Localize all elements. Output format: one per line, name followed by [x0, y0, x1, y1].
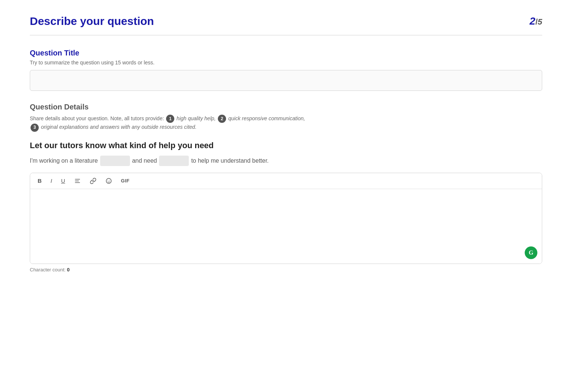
question-title-hint: Try to summarize the question using 15 w… [30, 60, 542, 66]
char-count-value: 0 [67, 267, 70, 273]
toolbar-link-button[interactable] [88, 177, 98, 185]
toolbar-bold-button[interactable]: B [36, 177, 43, 185]
toolbar-emoji-button[interactable] [104, 177, 114, 185]
question-title-label: Question Title [30, 49, 542, 57]
link-icon [90, 178, 96, 184]
editor-container: B I U [30, 173, 542, 264]
svg-point-3 [106, 178, 111, 184]
align-icon [74, 178, 81, 184]
badge-2: 2 [218, 115, 226, 123]
toolbar-align-button[interactable] [73, 177, 82, 185]
tutor-prompt-title: Let our tutors know what kind of help yo… [30, 141, 542, 150]
step-total: 5 [538, 17, 542, 26]
question-title-input[interactable] [30, 70, 542, 91]
details-desc-prefix: Share details about your question. Note,… [30, 115, 164, 121]
grammarly-badge: G [525, 246, 537, 259]
toolbar-underline-button[interactable]: U [60, 177, 67, 185]
svg-rect-1 [75, 181, 79, 181]
question-details-description: Share details about your question. Note,… [30, 114, 542, 132]
question-details-label: Question Details [30, 103, 542, 111]
svg-point-5 [109, 180, 110, 181]
char-count: Character count: 0 [30, 267, 542, 273]
prompt-text-after: to help me understand better. [191, 157, 268, 164]
detail-item-3: original explanations and answers with a… [41, 124, 197, 130]
header-divider [30, 35, 542, 35]
svg-rect-0 [75, 179, 80, 179]
editor-toolbar: B I U [30, 173, 542, 189]
toolbar-gif-button[interactable]: GIF [120, 177, 131, 184]
editor-body[interactable]: G [30, 189, 542, 264]
question-details-section: Question Details Share details about you… [30, 103, 542, 273]
emoji-icon [105, 178, 112, 184]
prompt-blank-2[interactable] [159, 156, 189, 166]
toolbar-italic-button[interactable]: I [49, 177, 54, 185]
svg-point-4 [108, 180, 108, 181]
badge-3: 3 [31, 124, 39, 132]
prompt-text-before: I'm working on a literature [30, 157, 98, 164]
badge-1: 1 [166, 115, 174, 123]
prompt-text-middle: and need [132, 157, 157, 164]
char-count-label: Character count: [30, 267, 66, 273]
detail-item-2: quick responsive communication, [228, 115, 305, 121]
page-header: Describe your question 2/5 [30, 15, 542, 28]
step-current: 2 [530, 15, 536, 27]
tutor-prompt-row: I'm working on a literature and need to … [30, 156, 542, 166]
svg-rect-2 [75, 182, 80, 183]
step-indicator: 2/5 [530, 15, 542, 27]
question-title-section: Question Title Try to summarize the ques… [30, 49, 542, 91]
detail-item-1: high quality help, [177, 115, 216, 121]
page-title: Describe your question [30, 15, 154, 28]
prompt-blank-1[interactable] [100, 156, 130, 166]
